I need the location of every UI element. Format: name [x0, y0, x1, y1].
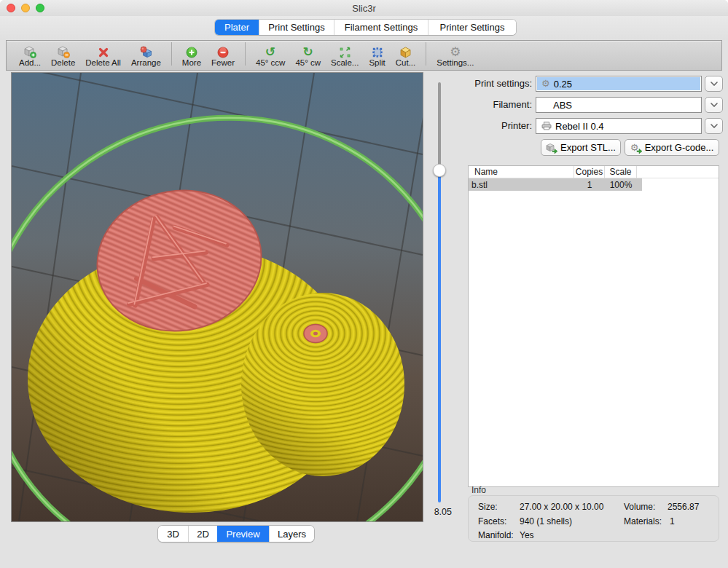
print-settings-value: 0.25 — [554, 79, 572, 90]
settings-button[interactable]: ⚙ Settings... — [431, 45, 479, 68]
fewer-button[interactable]: Fewer — [206, 45, 240, 68]
delete-all-label: Delete All — [85, 58, 121, 68]
filament-dropdown-button[interactable] — [705, 97, 723, 113]
export-gcode-label: Export G-code... — [645, 142, 714, 153]
add-button[interactable]: Add... — [14, 45, 46, 68]
filament-label: Filament: — [452, 97, 532, 113]
small-dome-infill-top — [304, 325, 327, 343]
3d-viewport[interactable] — [11, 72, 423, 522]
chevron-down-icon — [711, 103, 718, 107]
scale-button[interactable]: Scale... — [326, 45, 364, 68]
layer-slider-track-upper[interactable] — [438, 82, 441, 173]
split-icon — [372, 45, 383, 58]
printer-label: Printer: — [452, 118, 532, 134]
export-stl-icon — [546, 143, 557, 153]
materials-label: Materials: — [624, 516, 662, 526]
more-copies-icon — [186, 45, 197, 58]
plater-toolbar: Add... Delete Delete All — [6, 40, 722, 71]
window-title: Slic3r — [0, 3, 728, 14]
scale-icon — [339, 45, 351, 58]
printer-row: Printer: Rebel II 0.4 — [452, 118, 723, 134]
objects-table[interactable]: Name Copies Scale b.stl 1 100% — [468, 165, 719, 487]
delete-button[interactable]: Delete — [46, 45, 80, 68]
fewer-copies-icon — [217, 45, 229, 58]
add-object-icon — [23, 45, 36, 58]
more-label: More — [182, 58, 201, 68]
delete-all-icon — [98, 45, 109, 58]
row-copies: 1 — [574, 180, 605, 190]
preset-gear-icon: ⚙ — [541, 79, 550, 89]
chevron-down-icon — [711, 82, 718, 86]
more-button[interactable]: More — [177, 45, 206, 68]
materials-value: 1 — [670, 516, 675, 526]
tab-filament-settings[interactable]: Filament Settings — [334, 20, 428, 35]
export-gcode-icon: ⚙ — [630, 143, 641, 153]
view-tab-2d[interactable]: 2D — [188, 526, 217, 542]
size-label: Size: — [478, 502, 498, 512]
arrange-label: Arrange — [131, 58, 161, 68]
manifold-value: Yes — [520, 530, 534, 540]
view-tab-bar: 3D 2D Preview Layers — [158, 526, 314, 542]
export-gcode-button[interactable]: ⚙ Export G-code... — [625, 139, 719, 156]
filament-row: Filament: ABS — [452, 97, 723, 113]
tab-print-settings[interactable]: Print Settings — [259, 20, 334, 35]
tab-plater[interactable]: Plater — [215, 20, 259, 35]
model-small-dome[interactable] — [241, 293, 404, 476]
rotate-cw-label: 45° cw — [295, 58, 321, 68]
title-bar[interactable]: Slic3r — [0, 0, 728, 16]
view-tab-preview[interactable]: Preview — [217, 526, 269, 542]
plater-sidebar: Print settings: ⚙ 0.25 Filament: ABS — [452, 72, 723, 553]
scale-label: Scale... — [331, 58, 359, 68]
printer-combobox[interactable]: Rebel II 0.4 — [536, 118, 702, 134]
cut-icon — [399, 45, 412, 58]
delete-label: Delete — [51, 58, 75, 68]
toolbar-divider — [171, 42, 172, 66]
rotate-ccw-icon: ↺ — [265, 45, 275, 58]
volume-value: 2556.87 — [668, 502, 699, 512]
rotate-cw-icon: ↻ — [303, 45, 313, 58]
manifold-label: Manifold: — [478, 530, 514, 540]
row-name: b.stl — [469, 180, 574, 190]
layer-height-value: 8.05 — [424, 507, 452, 517]
column-header-scale[interactable]: Scale — [605, 166, 637, 178]
column-header-name[interactable]: Name — [469, 166, 574, 178]
table-row[interactable]: b.stl 1 100% — [469, 178, 642, 191]
view-tab-layers[interactable]: Layers — [269, 526, 314, 542]
filament-combobox[interactable]: ABS — [536, 97, 702, 113]
settings-label: Settings... — [437, 58, 474, 68]
rotate-ccw-label: 45° ccw — [256, 58, 285, 68]
toolbar-divider — [426, 42, 426, 66]
add-label: Add... — [19, 58, 41, 68]
export-stl-label: Export STL... — [560, 142, 616, 153]
export-stl-button[interactable]: Export STL... — [541, 139, 621, 156]
delete-all-button[interactable]: Delete All — [80, 45, 126, 68]
rotate-cw-button[interactable]: ↻ 45° cw — [290, 45, 326, 68]
facets-label: Facets: — [478, 516, 506, 526]
row-scale: 100% — [605, 180, 637, 190]
table-header: Name Copies Scale — [469, 166, 719, 178]
print-settings-label: Print settings: — [452, 76, 532, 92]
split-button[interactable]: Split — [364, 45, 390, 68]
print-settings-row: Print settings: ⚙ 0.25 — [452, 76, 723, 92]
fewer-label: Fewer — [211, 58, 235, 68]
printer-dropdown-button[interactable] — [705, 118, 723, 134]
settings-gear-icon: ⚙ — [450, 45, 461, 58]
volume-label: Volume: — [624, 502, 655, 512]
print-settings-dropdown-button[interactable] — [705, 76, 723, 92]
layer-slider-track-lower[interactable] — [438, 169, 441, 502]
arrange-button[interactable]: Arrange — [126, 45, 166, 68]
main-tab-bar: Plater Print Settings Filament Settings … — [215, 20, 516, 35]
info-box: Size: 27.00 x 20.00 x 10.00 Volume: 2556… — [468, 495, 719, 542]
filament-value: ABS — [553, 100, 572, 111]
print-settings-combobox[interactable]: ⚙ 0.25 — [536, 76, 702, 92]
rotate-ccw-button[interactable]: ↺ 45° ccw — [251, 45, 290, 68]
cut-button[interactable]: Cut... — [391, 45, 420, 68]
tab-printer-settings[interactable]: Printer Settings — [428, 20, 516, 35]
layer-slider-thumb[interactable] — [433, 164, 446, 177]
facets-value: 940 (1 shells) — [520, 516, 572, 526]
info-section-title: Info — [471, 485, 486, 495]
column-header-copies[interactable]: Copies — [574, 166, 605, 178]
chevron-down-icon — [711, 124, 718, 128]
slic3r-window: Slic3r Plater Print Settings Filament Se… — [0, 0, 728, 568]
view-tab-3d[interactable]: 3D — [158, 526, 188, 542]
